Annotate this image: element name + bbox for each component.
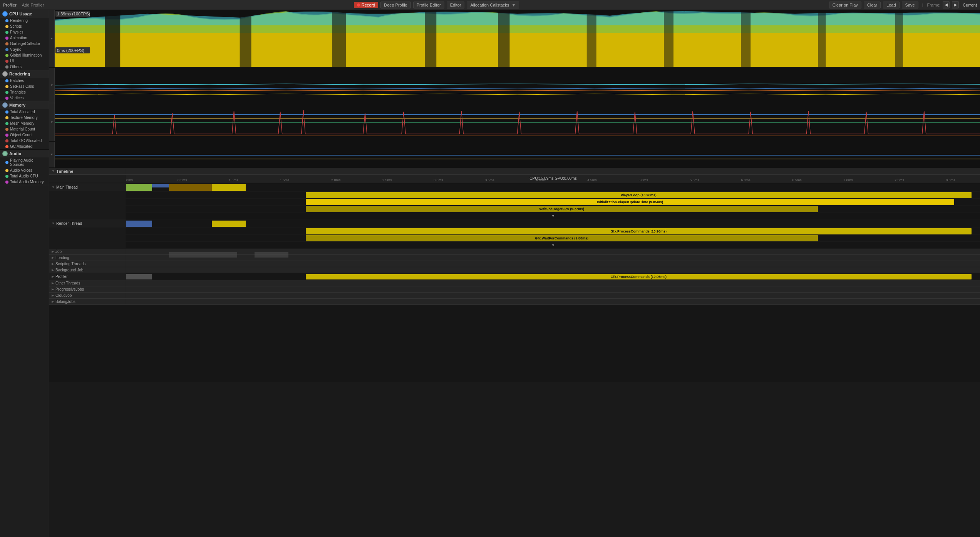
sidebar-item-gc-allocated[interactable]: GC Allocated [0,144,49,149]
cpu-chart-svg: 1.39ms (100FPS) 0ms (200FPS) [55,10,980,67]
sidebar-item-object-count[interactable]: Object Count [0,132,49,138]
profiler-bar[interactable]: Gfx.ProcessCommands (10.96ms) [306,274,972,279]
cpu-items: Rendering Scripts Physics Animation Garb… [0,18,49,70]
profile-editor-button[interactable]: Profile Editor [413,2,444,8]
timeline-collapse-btn[interactable]: ▼ [52,169,55,173]
rendering-icon [2,71,8,77]
rendering-section-label: Rendering [9,72,30,76]
profiler-text: Profiler [55,274,68,279]
gfx-wait-content[interactable]: Gfx.WaitForCommands (9.80ms) [126,235,980,241]
sidebar-item-setpass[interactable]: SetPass Calls [0,84,49,89]
total-audio-memory-label: Total Audio Memory [10,180,44,184]
rendering-collapse-btn[interactable]: ▼ [49,68,55,103]
gfx-process-content[interactable]: Gfx.ProcessCommands (10.96ms) [126,228,980,234]
sidebar-item-others[interactable]: Others [0,64,49,70]
render-expand-arrow[interactable]: ▼ [551,243,555,247]
bg-job-label[interactable]: ▶ Background Job [49,267,126,273]
expand-content[interactable]: ▼ [126,212,980,219]
sidebar-item-playing-audio[interactable]: Playing Audio Sources [0,157,49,167]
profiler-content[interactable]: Gfx.ProcessCommands (10.96ms) [126,273,980,280]
sidebar-item-rendering[interactable]: Rendering [0,18,49,23]
setpass-dot [5,85,8,88]
job-bar-2 [255,252,289,258]
sidebar-item-vsync[interactable]: VSync [0,47,49,52]
render-thread-arrow: ▼ [52,222,55,225]
memory-collapse-btn[interactable]: ▼ [49,103,55,141]
sidebar-item-vertices[interactable]: Vertices [0,95,49,101]
gfx-wait-spacer [49,235,126,241]
profiler-row: ▶ Profiler Gfx.ProcessCommands (10.96ms) [49,273,980,280]
cpu-collapse-btn[interactable]: ▼ [49,10,55,67]
deep-profile-button[interactable]: Deep Profile [380,2,411,8]
sidebar-item-total-audio-cpu[interactable]: Total Audio CPU [0,173,49,179]
cloud-label[interactable]: ▶ CloudJob [49,293,126,299]
sidebar-item-triangles[interactable]: Triangles [0,89,49,95]
sidebar-item-total-allocated[interactable]: Total Allocated [0,109,49,115]
sidebar-item-ui[interactable]: UI [0,58,49,64]
cpu-section-header[interactable]: CPU Usage [0,10,49,18]
memory-section-header[interactable]: Memory [0,101,49,109]
baking-group: ▶ BakingJobs [49,299,980,305]
sidebar-item-gc[interactable]: GarbageCollector [0,41,49,47]
gc-allocated-label: GC Allocated [10,144,32,149]
triangles-dot [5,91,8,94]
init-content[interactable]: Initialization.PlayerUpdateTime (9.85ms) [126,199,980,205]
player-loop-content[interactable]: PlayerLoop (10.96ms) [126,192,980,198]
loading-text: Loading [55,256,69,260]
frame-next-button[interactable]: ▶ [952,1,959,8]
audio-collapse-btn[interactable]: ▼ [49,142,55,167]
profiler-mini-2 [143,274,152,279]
gfx-process-bar[interactable]: Gfx.ProcessCommands (10.96ms) [306,228,972,234]
clear-button[interactable]: Clear [864,2,881,8]
sidebar-item-audio-voices[interactable]: Audio Voices [0,167,49,173]
tick-5: 2.5ms [382,178,392,182]
add-profiler-label[interactable]: Add Profiler [22,3,44,7]
tick-4: 2.0ms [331,178,341,182]
svg-rect-7 [664,10,673,67]
allocation-callstacks-button[interactable]: Allocation Callstacks ▼ [467,2,519,8]
wait-fps-content[interactable]: WaitForTargetFPS (9.77ms) [126,206,980,212]
record-button[interactable]: Record [354,2,378,8]
other-threads-group: ▶ Other Threads [49,280,980,286]
sidebar-item-total-gc[interactable]: Total GC Allocated [0,138,49,144]
sidebar-item-scripts[interactable]: Scripts [0,23,49,29]
frame-prev-button[interactable]: ◀ [943,1,950,8]
sidebar-item-texture-memory[interactable]: Texture Memory [0,115,49,120]
player-loop-bar[interactable]: PlayerLoop (10.96ms) [306,192,972,198]
mini-bar-1 [126,184,152,191]
rendering-section-header[interactable]: Rendering [0,70,49,78]
job-group: ▶ Job [49,249,980,255]
sidebar-item-batches[interactable]: Batches [0,78,49,84]
expand-arrow-down[interactable]: ▼ [551,214,555,218]
scripting-label[interactable]: ▶ Scripting Threads [49,261,126,267]
sidebar-item-physics[interactable]: Physics [0,29,49,35]
progressive-label[interactable]: ▶ ProgressiveJobs [49,286,126,293]
render-thread-label[interactable]: ▼ Render Thread [49,219,126,228]
other-threads-label[interactable]: ▶ Other Threads [49,280,126,286]
wait-fps-row: WaitForTargetFPS (9.77ms) [49,206,980,212]
save-button[interactable]: Save [902,2,918,8]
baking-label[interactable]: ▶ BakingJobs [49,299,126,305]
svg-rect-6 [587,10,596,67]
wait-fps-bar[interactable]: WaitForTargetFPS (9.77ms) [306,206,818,212]
load-button[interactable]: Load [883,2,899,8]
clear-on-play-button[interactable]: Clear on Play [829,2,861,8]
tick-12: 6.0ms [741,178,750,182]
total-audio-cpu-dot [5,175,8,178]
sidebar-item-animation[interactable]: Animation [0,35,49,41]
sidebar-item-gi[interactable]: Global Illumination [0,52,49,58]
sidebar-item-material-count[interactable]: Material Count [0,126,49,132]
sidebar-item-total-audio-memory[interactable]: Total Audio Memory [0,179,49,185]
sidebar-item-mesh-memory[interactable]: Mesh Memory [0,120,49,126]
editor-button[interactable]: Editor [447,2,465,8]
main-thread-label[interactable]: ▼ Main Thread [49,183,126,191]
audio-section-header[interactable]: Audio [0,150,49,157]
job-label[interactable]: ▶ Job [49,249,126,255]
gfx-wait-bar[interactable]: Gfx.WaitForCommands (9.80ms) [306,235,818,241]
render-thread-row: ▼ Render Thread [49,219,980,228]
init-bar[interactable]: Initialization.PlayerUpdateTime (9.85ms) [306,199,955,205]
physics-label: Physics [10,30,23,34]
loading-label[interactable]: ▶ Loading [49,255,126,261]
profiler-label[interactable]: ▶ Profiler [49,273,126,280]
render-expand-content[interactable]: ▼ [126,242,980,248]
